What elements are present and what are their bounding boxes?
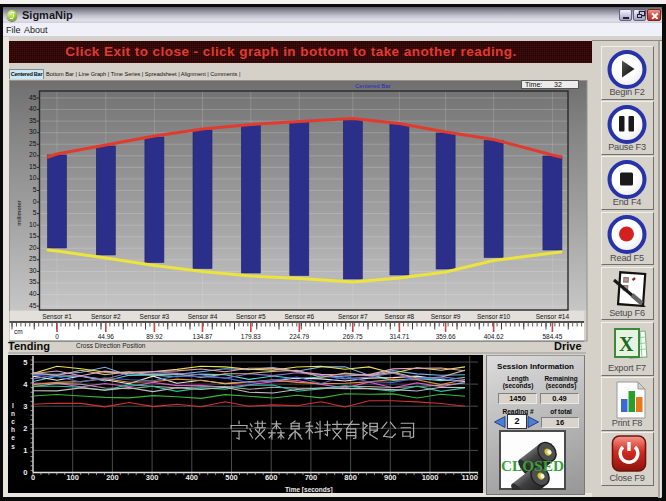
svg-text:40: 40 <box>29 105 37 112</box>
svg-text:Sensor #1: Sensor #1 <box>42 313 72 320</box>
svg-text:n: n <box>11 410 15 417</box>
svg-text:89.92: 89.92 <box>146 333 163 340</box>
svg-text:X: X <box>619 333 634 355</box>
svg-text:5: 5 <box>33 209 37 216</box>
svg-text:400: 400 <box>186 473 199 482</box>
svg-text:Sensor #14: Sensor #14 <box>536 313 570 320</box>
svg-text:Sensor #5: Sensor #5 <box>236 313 266 320</box>
svg-text:3: 3 <box>23 402 27 411</box>
svg-text:224.79: 224.79 <box>289 333 309 340</box>
svg-text:0: 0 <box>55 333 59 340</box>
svg-text:200: 200 <box>106 473 119 482</box>
svg-text:300: 300 <box>146 473 159 482</box>
svg-text:20: 20 <box>29 151 37 158</box>
svg-text:15: 15 <box>29 232 37 239</box>
svg-text:900: 900 <box>384 473 397 482</box>
svg-text:35: 35 <box>29 278 37 285</box>
svg-text:Time [seconds]: Time [seconds] <box>285 486 333 494</box>
svg-text:134.87: 134.87 <box>193 333 213 340</box>
svg-text:404.62: 404.62 <box>484 333 504 340</box>
svg-text:2: 2 <box>23 424 27 433</box>
svg-text:25: 25 <box>29 255 37 262</box>
svg-text:314.71: 314.71 <box>389 333 409 340</box>
svg-text:Sensor #3: Sensor #3 <box>140 313 170 320</box>
svg-text:s: s <box>11 443 15 450</box>
svg-text:Sensor #6: Sensor #6 <box>284 313 314 320</box>
svg-text:30: 30 <box>29 267 37 274</box>
svg-text:5: 5 <box>23 358 27 367</box>
svg-text:15: 15 <box>29 163 37 170</box>
svg-text:Sensor #10: Sensor #10 <box>477 313 511 320</box>
svg-text:1: 1 <box>23 446 27 455</box>
svg-text:h: h <box>11 426 15 433</box>
svg-text:cm: cm <box>14 328 23 335</box>
svg-text:c: c <box>11 418 15 425</box>
svg-text:I: I <box>12 402 14 409</box>
svg-text:584.45: 584.45 <box>542 333 562 340</box>
svg-text:0: 0 <box>33 198 37 205</box>
svg-text:25: 25 <box>29 140 37 147</box>
svg-text:35: 35 <box>29 117 37 124</box>
svg-text:600: 600 <box>265 473 278 482</box>
svg-text:45: 45 <box>29 94 37 101</box>
svg-text:179.83: 179.83 <box>241 333 261 340</box>
svg-text:269.75: 269.75 <box>343 333 363 340</box>
svg-text:45: 45 <box>29 302 37 309</box>
svg-text:44.96: 44.96 <box>98 333 115 340</box>
svg-text:Sensor #2: Sensor #2 <box>91 313 121 320</box>
svg-text:10: 10 <box>29 174 37 181</box>
svg-text:800: 800 <box>344 473 357 482</box>
svg-text:359.66: 359.66 <box>436 333 456 340</box>
svg-text:0: 0 <box>31 473 35 482</box>
svg-text:1000: 1000 <box>422 473 439 482</box>
svg-text:30: 30 <box>29 128 37 135</box>
svg-text:500: 500 <box>225 473 238 482</box>
svg-text:e: e <box>11 434 15 441</box>
svg-text:0: 0 <box>23 468 27 477</box>
svg-text:5: 5 <box>33 186 37 193</box>
svg-text:CLOSED: CLOSED <box>501 458 564 474</box>
svg-text:10: 10 <box>29 221 37 228</box>
svg-text:700: 700 <box>305 473 318 482</box>
svg-text:100: 100 <box>66 473 79 482</box>
svg-text:40: 40 <box>29 290 37 297</box>
svg-text:Sensor #8: Sensor #8 <box>385 313 415 320</box>
svg-text:millimeter: millimeter <box>16 200 22 226</box>
svg-text:Sensor #4: Sensor #4 <box>188 313 218 320</box>
svg-text:1100: 1100 <box>462 473 478 482</box>
svg-text:Sensor #7: Sensor #7 <box>338 313 368 320</box>
svg-text:Sensor #9: Sensor #9 <box>431 313 461 320</box>
svg-text:20: 20 <box>29 244 37 251</box>
